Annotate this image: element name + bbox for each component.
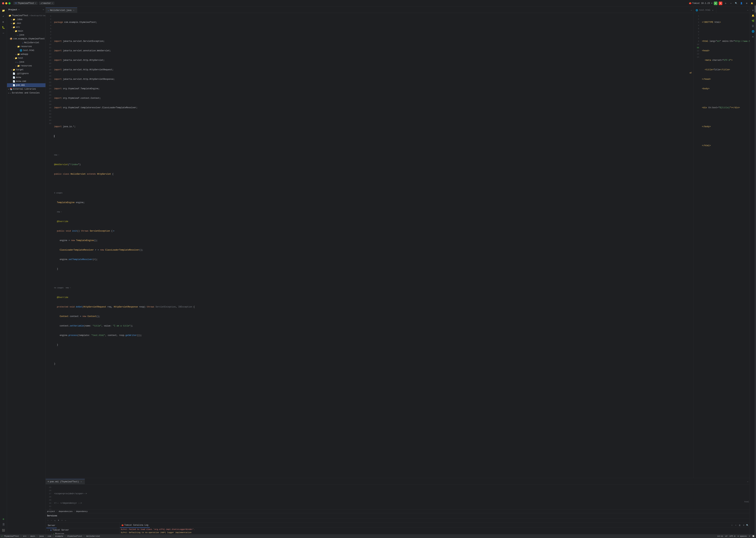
log-tab[interactable]: 🍅 Tomcat Catalina Log bbox=[120, 523, 150, 528]
panel-dropdown-icon[interactable]: ▾ bbox=[18, 8, 20, 11]
traffic-lights bbox=[2, 2, 11, 4]
gutter-area: ▲2 bbox=[688, 13, 693, 478]
log-search[interactable]: 🔍 bbox=[746, 524, 749, 527]
tree-item-main[interactable]: ▾ 📁 main bbox=[7, 29, 45, 33]
tab-testhtml-label: test.html bbox=[699, 9, 711, 11]
sidebar-terminal-icon[interactable]: ⬛ bbox=[1, 528, 6, 533]
status-lf[interactable]: LF bbox=[725, 535, 728, 537]
tree-item-scratches[interactable]: ▶ ✏ Scratches and Consoles bbox=[7, 91, 45, 95]
user-button[interactable]: 👤 bbox=[739, 1, 743, 5]
tree-item-pomxml[interactable]: ▶ 📄 pom.xml bbox=[7, 83, 45, 87]
tree-label-mvnwcmd: mvnw.cmd bbox=[16, 80, 26, 82]
log-pause[interactable]: ⏸ bbox=[742, 524, 745, 527]
file-tree-content: ▾ 📁 ThymeleafTest ~/Desktop/CS/JavaEE/1.… bbox=[7, 13, 45, 534]
tree-item-java-test[interactable]: ▶ ☕ java bbox=[7, 60, 45, 64]
services-add[interactable]: + bbox=[60, 519, 64, 522]
tree-item-ext-libs[interactable]: ▶ 📚 External Libraries bbox=[7, 87, 45, 91]
sidebar-database-icon[interactable]: 🗄 bbox=[1, 522, 6, 527]
pom-bc-dep: dependency bbox=[76, 511, 88, 512]
close-button[interactable] bbox=[2, 2, 4, 4]
services-refresh[interactable]: ↻ bbox=[53, 519, 57, 522]
html-code-content[interactable]: 12345 678910 11 121314 <!DOCTYPE html> <… bbox=[693, 13, 750, 478]
update-button[interactable]: ↻ bbox=[724, 1, 728, 5]
tree-item-helloservlet[interactable]: ▶ ☕ HelloServlet bbox=[7, 41, 45, 45]
log-scroll-top[interactable]: ⬆ bbox=[731, 524, 733, 527]
service-tomcat-server[interactable]: ▾ 🖥 Tomcat Server bbox=[46, 528, 119, 532]
tree-item-mvnw[interactable]: ▶ 📄 mvnw bbox=[7, 76, 45, 80]
tree-item-testhtml[interactable]: ▶ 🌐 test.html bbox=[7, 48, 45, 52]
services-more[interactable]: ⋯ bbox=[64, 519, 67, 522]
project-selector[interactable]: TT ThymeleafTest ▾ bbox=[13, 2, 38, 5]
tree-label-resources: resources bbox=[21, 45, 32, 48]
tree-item-resources-test[interactable]: ▶ 📁 resources bbox=[7, 64, 45, 68]
tree-label-mvnw: mvnw bbox=[16, 76, 21, 79]
tree-item-webapp[interactable]: ▶ 📁 webapp bbox=[7, 52, 45, 56]
status-sep5: > bbox=[53, 535, 54, 537]
html-tab-more[interactable]: ⋯ bbox=[746, 8, 750, 13]
service-running[interactable]: ▾ ▶ Running bbox=[46, 532, 119, 534]
tomcat-run-button[interactable]: ▶ bbox=[714, 2, 717, 5]
server-tab[interactable]: Server bbox=[46, 523, 57, 528]
services-filter[interactable]: ▼ bbox=[57, 519, 60, 522]
java-code-content[interactable]: 12345 678910 1112131415 1617181920 21222… bbox=[46, 13, 693, 478]
tree-item-package[interactable]: ▾ 📦 com.example.thymeleaftest bbox=[7, 37, 45, 41]
tab-pomxml[interactable]: m pom.xml (ThymeleafTest) ✕ bbox=[46, 479, 85, 484]
line-numbers: 12345 678910 1112131415 1617181920 21222… bbox=[46, 13, 53, 478]
html-tab-bar: 🌐 test.html ✕ ⋯ bbox=[693, 7, 750, 13]
sidebar-project-icon[interactable]: 📁 bbox=[1, 8, 6, 13]
tab-testhtml-close[interactable]: ✕ bbox=[712, 9, 714, 11]
status-line-col[interactable]: 13:11 bbox=[717, 535, 723, 537]
panel-more-icon[interactable]: ⋯ bbox=[43, 8, 44, 11]
status-git-icon: ⬆ bbox=[749, 535, 750, 537]
minimize-button[interactable] bbox=[5, 2, 7, 4]
tree-item-src[interactable]: ▾ 📁 src bbox=[7, 25, 45, 29]
tree-item-idea[interactable]: ▶ 📁 .idea bbox=[7, 18, 45, 22]
status-bc-src: src bbox=[23, 535, 26, 537]
tab-pomxml-close[interactable]: ✕ bbox=[80, 481, 82, 483]
status-encoding[interactable]: UTF-8 bbox=[730, 535, 735, 537]
status-indent[interactable]: 4 spaces bbox=[737, 535, 747, 537]
services-log: 🍅 Tomcat Catalina Log ⬆ ⬇ 🗑 ⏸ 🔍 SLF4J: F… bbox=[119, 522, 750, 534]
log-scroll-bottom[interactable]: ⬇ bbox=[734, 524, 737, 527]
settings-button[interactable]: ⚙ bbox=[745, 1, 749, 5]
title-bar-right: 🍅 Tomcat 10.1.23 ▾ ▶ ■ ↻ ⋯ 🔍 👤 ⚙ 🔔 bbox=[689, 1, 754, 5]
sidebar-commit-icon[interactable]: ✔ bbox=[1, 14, 6, 19]
sidebar-services-icon[interactable]: ⚙ bbox=[1, 516, 6, 521]
log-clear[interactable]: 🗑 bbox=[738, 524, 741, 527]
sidebar-run-icon[interactable]: ▶ bbox=[1, 19, 6, 24]
maximize-button[interactable] bbox=[8, 2, 11, 4]
tree-item-test[interactable]: ▾ 📁 test bbox=[7, 56, 45, 60]
pom-code-content[interactable]: 2526272829 303132333435 <scope>provided<… bbox=[46, 484, 750, 510]
tab-helloservlet[interactable]: ☕ HelloServlet.java ✕ bbox=[46, 8, 77, 13]
services-minimize[interactable]: − bbox=[50, 519, 53, 522]
search-button[interactable]: 🔍 bbox=[734, 1, 738, 5]
tomcat-version: Tomcat 10.1.23 ▾ bbox=[692, 2, 712, 5]
tree-item-java[interactable]: ▾ ☕ java bbox=[7, 33, 45, 37]
tree-item-mvnwcmd[interactable]: ▶ 📄 mvnw.cmd bbox=[7, 80, 45, 83]
tree-label-target: target bbox=[16, 69, 24, 71]
services-toolbar: ↑ − ↻ ▼ + ⋯ bbox=[46, 518, 750, 522]
service-running-label: Running bbox=[55, 533, 64, 534]
services-title: Services bbox=[47, 514, 57, 517]
sidebar-debug-icon[interactable]: 🐛 bbox=[1, 25, 6, 30]
pom-tab-more[interactable]: ⋯ bbox=[746, 479, 750, 484]
sidebar-more-icon[interactable]: ⋯ bbox=[1, 30, 6, 35]
tree-item-mvn[interactable]: ▶ 📁 .mvn bbox=[7, 22, 45, 25]
services-tab-bar: Server bbox=[46, 523, 119, 528]
status-sep4: > bbox=[45, 535, 46, 537]
ellipsis-button[interactable]: ⋯ bbox=[729, 1, 733, 5]
services-collapse-all[interactable]: ↑ bbox=[46, 519, 50, 522]
notifications-button[interactable]: 🔔 bbox=[750, 1, 754, 5]
tree-item-thymeleaftest[interactable]: ▾ 📁 ThymeleafTest ~/Desktop/CS/JavaEE/1.… bbox=[7, 14, 45, 18]
tab-helloservlet-close[interactable]: ✕ bbox=[72, 9, 75, 12]
tree-label-test: test bbox=[18, 57, 23, 59]
tab-more-icon[interactable]: ⋯ bbox=[689, 8, 693, 13]
tree-item-resources[interactable]: ▾ 📁 resources bbox=[7, 45, 45, 48]
java-tab-bar: ☕ HelloServlet.java ✕ ⋯ bbox=[46, 7, 693, 13]
branch-selector[interactable]: ⎇ master ▾ bbox=[39, 2, 54, 5]
tomcat-stop-button[interactable]: ■ bbox=[719, 2, 722, 5]
pom-code-lines: <scope>provided</scope>--> <!-- </depend… bbox=[53, 484, 748, 510]
tree-item-target[interactable]: ▶ 📁 target bbox=[7, 68, 45, 72]
tree-item-gitignore[interactable]: ▶ 📄 .gitignore bbox=[7, 72, 45, 76]
tab-testhtml[interactable]: 🌐 test.html ✕ bbox=[693, 8, 716, 13]
